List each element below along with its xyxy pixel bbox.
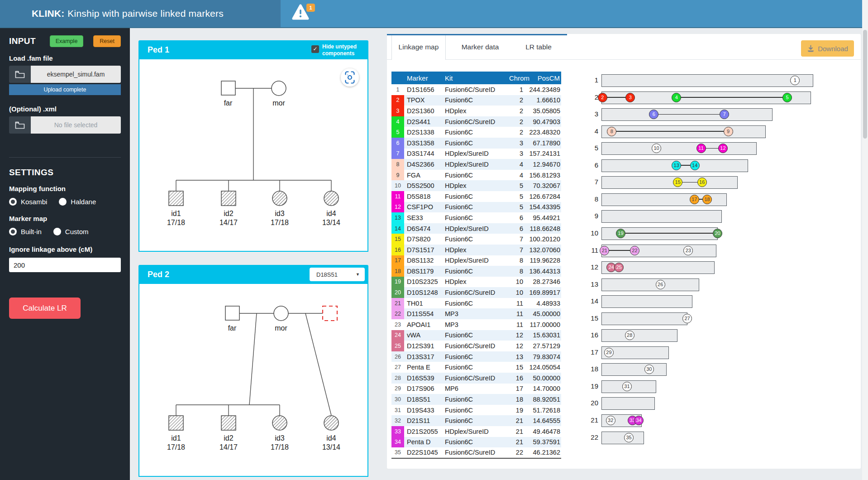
chromosome-label: 1 xyxy=(568,76,598,84)
mother-label: mor xyxy=(275,324,287,332)
marker-select-dropdown[interactable]: D18S51 ▼ xyxy=(310,268,365,281)
tab-linkage-map[interactable]: Linkage map xyxy=(391,35,446,60)
linkage-line xyxy=(654,114,725,115)
marker-dot-22: 22 xyxy=(630,246,639,255)
warning-notification-button[interactable]: 1 xyxy=(291,4,318,25)
ped1-pedigree: far mor id1 17/18 id2 14/17 id3 17/18 id… xyxy=(139,59,367,250)
chromosome-bar-2: 2345 xyxy=(601,91,811,104)
marker-dot-6: 6 xyxy=(649,110,658,119)
marker-dot-3: 3 xyxy=(625,93,635,102)
tab-lr-table[interactable]: LR table xyxy=(516,35,561,59)
chromosome-bar-15: 27 xyxy=(601,312,687,325)
marker-dot-15: 15 xyxy=(673,178,682,187)
chromosome-bar-12: 2425 xyxy=(601,261,715,274)
ped1-header: Ped 1 ✓ Hide untyped components xyxy=(138,40,368,59)
child-id: id4 xyxy=(326,434,336,442)
marker-dot-8: 8 xyxy=(607,127,616,136)
chromosome-label: 14 xyxy=(568,297,598,305)
chromosome-bar-11: 212223 xyxy=(601,245,716,257)
chromosome-label: 12 xyxy=(568,263,598,271)
marker-dot-12: 12 xyxy=(718,144,728,153)
xml-file-input[interactable]: No file selected xyxy=(9,116,121,134)
folder-browse-icon[interactable] xyxy=(9,116,31,134)
marker-dot-14: 14 xyxy=(690,161,700,170)
calculate-lr-button[interactable]: Calculate LR xyxy=(9,298,81,319)
ped2-card: Ped 2 D18S51 ▼ xyxy=(138,265,368,477)
linkage-cutoff-input[interactable] xyxy=(9,258,121,272)
linkage-line xyxy=(677,97,787,98)
mother-symbol xyxy=(274,306,288,321)
hide-untyped-checkbox[interactable]: ✓ xyxy=(311,45,319,53)
folder-browse-icon[interactable] xyxy=(9,66,31,83)
ped2-title: Ped 2 xyxy=(148,265,169,284)
fam-file-input[interactable]: eksempel_simul.fam xyxy=(9,66,121,83)
chromosome-bar-16: 28 xyxy=(601,329,677,342)
marker-dot-20: 20 xyxy=(713,229,722,238)
chevron-down-icon: ▼ xyxy=(356,272,360,277)
child-symbol-id2 xyxy=(221,416,236,430)
marker-dot-1: 1 xyxy=(790,76,800,85)
chromosome-bar-8: 1718 xyxy=(601,193,727,206)
marker-dot-7: 7 xyxy=(720,110,729,119)
marker-dot-10: 10 xyxy=(652,144,661,153)
chromosome-label: 10 xyxy=(568,229,598,237)
chromosome-bar-4: 89 xyxy=(601,125,766,138)
marker-dot-28: 28 xyxy=(625,331,634,340)
chromosome-bar-6: 1314 xyxy=(601,159,748,172)
child-genotype: 17/18 xyxy=(271,443,289,451)
page-title: KLINK:Kinship with pairwise linked marke… xyxy=(32,0,224,27)
father-symbol xyxy=(221,81,235,95)
chromosome-label: 6 xyxy=(568,161,598,169)
child-genotype: 14/17 xyxy=(219,219,238,226)
warning-count-badge: 1 xyxy=(306,4,315,12)
scrollbar-thumb[interactable] xyxy=(863,30,867,139)
ped1-title: Ped 1 xyxy=(148,40,169,59)
radio-built-in[interactable]: Built-in xyxy=(9,228,42,235)
father-label: far xyxy=(228,324,237,332)
marker-dot-29: 29 xyxy=(604,348,614,357)
radio-haldane[interactable]: Haldane xyxy=(59,198,96,206)
radio-kosambi[interactable]: Kosambi xyxy=(9,198,47,206)
chromosome-label: 17 xyxy=(568,348,598,356)
chromosome-label: 3 xyxy=(568,110,598,118)
marker-dot-13: 13 xyxy=(672,161,681,170)
child-symbol-id3 xyxy=(272,416,287,430)
child-genotype: 13/14 xyxy=(322,219,340,226)
child-symbol-id1 xyxy=(169,416,183,430)
radio-label: Custom xyxy=(65,228,89,235)
chromosome-bar-9 xyxy=(601,210,722,223)
chromosome-bar-19: 31 xyxy=(601,380,656,393)
chromosome-label: 7 xyxy=(568,178,598,186)
tab-marker-data[interactable]: Marker data xyxy=(450,35,510,59)
radio-custom[interactable]: Custom xyxy=(53,228,89,235)
marker-select-value: D18S51 xyxy=(316,271,338,278)
marker-dot-26: 26 xyxy=(656,280,665,289)
marker-dot-4: 4 xyxy=(672,93,681,102)
child-symbol-id2 xyxy=(221,191,236,206)
child-genotype: 17/18 xyxy=(271,219,289,226)
marker-dot-9: 9 xyxy=(724,127,733,136)
chromosome-bar-17: 29 xyxy=(601,346,669,359)
pedigree-lines xyxy=(176,313,331,416)
unknown-father-symbol xyxy=(323,306,337,321)
chromosome-label: 19 xyxy=(568,382,598,390)
chromosome-bar-5: 101112 xyxy=(601,142,757,155)
marker-dot-30: 30 xyxy=(644,365,654,374)
ped1-card: Ped 1 ✓ Hide untyped components xyxy=(138,40,368,252)
marker-dot-23: 23 xyxy=(683,246,693,255)
example-button[interactable]: Example xyxy=(50,35,84,47)
marker-map-label: Marker map xyxy=(9,215,121,222)
sidebar-divider xyxy=(9,157,121,158)
chromosome-bar-7: 1516 xyxy=(601,176,738,189)
snapshot-button[interactable] xyxy=(341,68,359,86)
page-scrollbar[interactable] xyxy=(862,0,868,480)
radio-dot-selected xyxy=(9,198,17,206)
linkage-line xyxy=(620,233,717,234)
fam-filename: eksempel_simul.fam xyxy=(31,66,121,83)
child-id: id3 xyxy=(275,434,284,442)
radio-dot xyxy=(59,198,67,206)
ped2-header: Ped 2 D18S51 ▼ xyxy=(138,265,368,284)
linkage-cutoff-label: Ignore linkage above (cM) xyxy=(9,245,121,253)
reset-button[interactable]: Reset xyxy=(93,35,121,47)
app-brand: KLINK: xyxy=(32,8,64,19)
